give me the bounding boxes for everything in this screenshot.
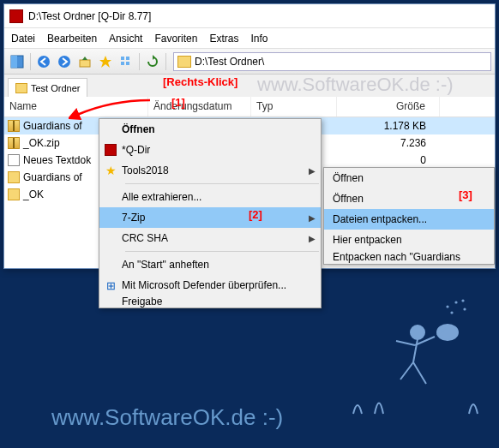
svg-rect-1 bbox=[11, 56, 17, 68]
col-type[interactable]: Typ bbox=[251, 97, 337, 116]
tab-test-ordner[interactable]: Test Ordner bbox=[8, 78, 87, 97]
chevron-right-icon: ▶ bbox=[309, 166, 316, 176]
svg-point-3 bbox=[58, 56, 70, 68]
context-menu-main: Öffnen *Q-Dir ★Tools2018▶ Alle extrahier… bbox=[99, 118, 322, 308]
back-button[interactable] bbox=[34, 52, 53, 71]
app-icon bbox=[9, 9, 23, 23]
txt-icon bbox=[8, 154, 20, 166]
footer-watermark: www.SoftwareOK.de :-) bbox=[51, 404, 283, 431]
toolbar-panes-icon[interactable] bbox=[8, 52, 27, 71]
forward-button[interactable] bbox=[55, 52, 74, 71]
zip-icon bbox=[8, 137, 20, 149]
menu-item-crc[interactable]: CRC SHA▶ bbox=[99, 228, 321, 248]
menu-item-7zip[interactable]: 7-Zip▶ bbox=[99, 207, 321, 228]
submenu-item-extract-here[interactable]: Hier entpacken bbox=[324, 230, 494, 250]
submenu-item-extract-to[interactable]: Entpacken nach "Guardians bbox=[324, 250, 494, 264]
star-icon: ★ bbox=[105, 164, 117, 177]
menu-extras[interactable]: Extras bbox=[209, 33, 238, 45]
svg-rect-7 bbox=[121, 62, 124, 65]
tabbar: Test Ordner bbox=[4, 75, 495, 97]
qdir-icon bbox=[105, 144, 117, 156]
window-title: D:\Test Ordner [Q-Dir 8.77] bbox=[28, 10, 151, 22]
svg-point-9 bbox=[411, 326, 424, 339]
svg-point-10 bbox=[437, 325, 458, 340]
menu-item-qdir[interactable]: *Q-Dir bbox=[99, 140, 321, 160]
menu-item-pin[interactable]: An "Start" anheften bbox=[99, 254, 321, 275]
address-bar[interactable]: D:\Test Ordner\ bbox=[173, 52, 491, 71]
svg-rect-8 bbox=[126, 62, 129, 65]
refresh-icon[interactable] bbox=[143, 52, 162, 71]
menu-datei[interactable]: Datei bbox=[11, 33, 35, 45]
svg-rect-6 bbox=[126, 57, 129, 60]
col-date[interactable]: Änderungsdatum bbox=[148, 97, 251, 116]
column-header: Name Änderungsdatum Typ Größe bbox=[4, 97, 495, 117]
menu-ansicht[interactable]: Ansicht bbox=[109, 33, 142, 45]
svg-point-15 bbox=[462, 300, 464, 302]
svg-point-13 bbox=[464, 308, 466, 310]
svg-point-14 bbox=[451, 312, 453, 314]
submenu-item-open[interactable]: Öffnen bbox=[324, 168, 494, 188]
svg-point-12 bbox=[455, 302, 457, 303]
col-name[interactable]: Name bbox=[4, 97, 148, 116]
submenu-item-extract-files[interactable]: Dateien entpacken... bbox=[324, 209, 494, 230]
menu-item-open[interactable]: Öffnen bbox=[99, 119, 321, 140]
svg-rect-5 bbox=[121, 57, 124, 60]
menu-item-extract-all[interactable]: Alle extrahieren... bbox=[99, 187, 321, 207]
folder-icon bbox=[15, 83, 27, 93]
svg-point-2 bbox=[38, 56, 50, 68]
tab-label: Test Ordner bbox=[31, 83, 80, 93]
separator bbox=[125, 251, 319, 252]
zip-icon bbox=[8, 120, 20, 132]
address-text: D:\Test Ordner\ bbox=[195, 56, 264, 68]
folder-icon bbox=[8, 171, 20, 183]
menubar: Datei Bearbeiten Ansicht Favoriten Extra… bbox=[4, 28, 495, 49]
folder-icon bbox=[8, 188, 20, 200]
view-icon[interactable] bbox=[117, 52, 135, 71]
col-size[interactable]: Größe bbox=[337, 97, 440, 116]
menu-favoriten[interactable]: Favoriten bbox=[154, 33, 197, 45]
svg-point-11 bbox=[447, 306, 448, 308]
menu-item-freigabe[interactable]: Freigabe bbox=[99, 296, 321, 308]
menu-item-tools[interactable]: ★Tools2018▶ bbox=[99, 160, 321, 181]
chevron-right-icon: ▶ bbox=[309, 234, 316, 243]
svg-rect-4 bbox=[80, 60, 90, 67]
decorative-doodle bbox=[336, 294, 490, 422]
submenu-item-open2[interactable]: Öffnen bbox=[324, 188, 494, 209]
context-menu-7zip: Öffnen Öffnen Dateien entpacken... Hier … bbox=[323, 167, 495, 265]
menu-bearbeiten[interactable]: Bearbeiten bbox=[47, 33, 97, 45]
separator bbox=[125, 183, 319, 184]
favorites-icon[interactable] bbox=[96, 52, 115, 71]
up-button[interactable] bbox=[75, 52, 94, 71]
menu-info[interactable]: Info bbox=[250, 33, 268, 45]
titlebar[interactable]: D:\Test Ordner [Q-Dir 8.77] bbox=[4, 4, 495, 28]
chevron-right-icon: ▶ bbox=[309, 213, 316, 223]
shield-icon: ⊞ bbox=[106, 279, 116, 292]
menu-item-defender[interactable]: ⊞Mit Microsoft Defender überprüfen... bbox=[99, 275, 321, 296]
folder-icon bbox=[177, 56, 191, 68]
toolbar: D:\Test Ordner\ bbox=[4, 49, 495, 75]
